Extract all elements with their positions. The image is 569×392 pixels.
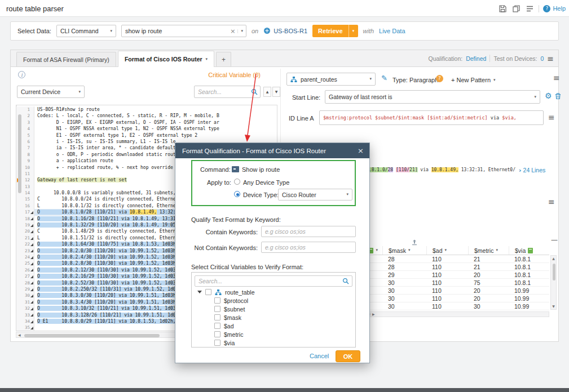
- collapse-icon[interactable]: —: [551, 237, 558, 243]
- tree-item[interactable]: $ad: [192, 322, 355, 330]
- gutter-spacer: [16, 223, 21, 228]
- id-line-pattern-box[interactable]: $mstring:protocol $subnet/$int:mask [$in…: [319, 110, 544, 125]
- scrollbar-thumb[interactable]: [18, 114, 21, 193]
- gutter-spacer: [16, 242, 21, 247]
- search-icon[interactable]: [342, 278, 349, 284]
- tree-item[interactable]: $mask: [192, 313, 355, 322]
- menu-icon[interactable]: ≡: [548, 198, 555, 206]
- column-header-metric[interactable]: $metric▾: [468, 246, 509, 255]
- radio-any-device-type[interactable]: [234, 179, 240, 185]
- qualification-value[interactable]: Defined: [466, 55, 486, 62]
- checkbox[interactable]: [214, 331, 220, 337]
- code-line[interactable]: 4 N1 - OSPF NSSA external type 1, N2 - O…: [16, 126, 270, 132]
- checkbox[interactable]: [214, 340, 220, 346]
- data-source-select[interactable]: CLI Command ▾: [56, 25, 116, 37]
- code-line[interactable]: 5 E1 - OSPF external type 1, E2 - OSPF e…: [16, 132, 270, 139]
- fold-icon: [30, 275, 34, 278]
- trash-icon[interactable]: [554, 92, 562, 101]
- chevron-down-icon[interactable]: ▾: [237, 29, 246, 33]
- dialog-titlebar[interactable]: Format Qualification - Format of Cisco I…: [175, 143, 369, 158]
- tree-icon: [215, 289, 222, 296]
- radio-device-type[interactable]: [234, 191, 240, 197]
- tree-root-row[interactable]: route_table: [192, 288, 355, 296]
- editor-search-input[interactable]: [195, 88, 251, 95]
- checkbox[interactable]: [214, 314, 220, 320]
- command-input[interactable]: [122, 28, 228, 34]
- live-data-link[interactable]: Live Data: [379, 28, 405, 34]
- pattern-select[interactable]: parent_routes ▾: [286, 73, 376, 86]
- new-pattern-button[interactable]: + New Pattern ▾: [451, 77, 496, 83]
- search-icon[interactable]: [251, 88, 258, 95]
- scroll-down-icon[interactable]: ▼: [552, 305, 555, 308]
- menu-icon[interactable]: ≡: [548, 113, 555, 121]
- code-text: O 10.8.1.64/30 [110/75] via 10.8.1.53, 1…: [37, 242, 176, 247]
- chevron-down-icon[interactable]: ▾: [376, 248, 378, 252]
- contain-keywords-input[interactable]: [261, 226, 356, 237]
- scrollbar-thumb[interactable]: [553, 264, 555, 280]
- tree-item[interactable]: $protocol: [192, 296, 355, 305]
- critical-variable-link[interactable]: Critical Variable (0): [208, 72, 261, 78]
- line-text: N1 - OSPF NSSA external type 1, N2 - OSP…: [34, 126, 270, 132]
- retrieve-dropdown-icon[interactable]: ▾: [349, 25, 358, 37]
- search-prev-button[interactable]: ▲: [263, 87, 271, 97]
- tree-item[interactable]: $subnet: [192, 305, 355, 313]
- column-header-via[interactable]: $via: [509, 246, 549, 255]
- help-link[interactable]: ? Help: [543, 5, 566, 12]
- chevron-down-icon[interactable]: ▾: [408, 248, 411, 252]
- gear-icon[interactable]: ⚙: [545, 92, 552, 100]
- code-line[interactable]: 3 D - EIGRP, EX - EIGRP external, O - OS…: [16, 119, 270, 126]
- tab-cisco-format[interactable]: Format of Cisco IOS Router ▾: [118, 51, 214, 67]
- tree-item[interactable]: $metric: [192, 330, 355, 338]
- chevron-down-icon[interactable]: ▾: [445, 248, 447, 252]
- table-vertical-scrollbar[interactable]: ▲ ▼: [550, 255, 557, 310]
- tree-search-input[interactable]: [195, 278, 342, 284]
- current-device-select[interactable]: Current Device ▾: [17, 86, 85, 98]
- menu-icon[interactable]: ≡: [553, 74, 560, 82]
- info-icon[interactable]: i: [18, 71, 25, 78]
- gutter-spacer: [16, 280, 21, 285]
- scroll-up-icon[interactable]: ▲: [552, 257, 555, 260]
- ok-button[interactable]: OK: [336, 350, 360, 362]
- checkbox[interactable]: [214, 297, 220, 304]
- list-icon[interactable]: [525, 4, 535, 14]
- checkbox[interactable]: [214, 323, 220, 329]
- code-line[interactable]: 2Codes: L - local, C - connected, S - st…: [16, 113, 270, 119]
- save-icon[interactable]: [498, 4, 508, 14]
- line-gutter: 23: [16, 248, 34, 254]
- scrollbar-thumb[interactable]: [24, 334, 160, 337]
- code-text: O 10.8.3.10/32 [110/21] via 10.99.1.51, …: [37, 306, 176, 311]
- checkbox[interactable]: [214, 306, 220, 312]
- column-header-ad[interactable]: $ad▾: [426, 246, 468, 255]
- close-icon[interactable]: ×: [358, 147, 364, 154]
- tab-asa-format[interactable]: Format of ASA Firewall (Primary): [16, 52, 116, 66]
- gutter-spacer: [16, 248, 21, 253]
- cancel-button[interactable]: Cancel: [310, 353, 329, 359]
- column-header-mask[interactable]: $mask▾: [382, 246, 426, 255]
- scroll-left-icon[interactable]: ◀: [18, 333, 21, 337]
- add-format-tab[interactable]: +: [216, 52, 231, 66]
- help-icon[interactable]: ?: [436, 75, 443, 82]
- start-line-select[interactable]: Gateway of last resort is ▾: [325, 90, 540, 104]
- test-devices-value[interactable]: 0: [540, 55, 544, 62]
- copy-icon[interactable]: [511, 4, 521, 14]
- column-icon: [528, 248, 533, 253]
- tree-item[interactable]: $via: [192, 338, 355, 347]
- collapse-caret-icon[interactable]: [197, 291, 202, 293]
- device-chip[interactable]: US-BOS-R1: [263, 27, 307, 35]
- edit-icon[interactable]: ✎: [381, 74, 387, 82]
- scroll-right-icon[interactable]: ▶: [372, 313, 375, 316]
- search-next-button[interactable]: ▼: [272, 87, 280, 97]
- export-icon[interactable]: [411, 239, 418, 247]
- table-cell: 10.8.1: [509, 271, 549, 278]
- code-text: D - EIGRP, EX - EIGRP external, O - OSPF…: [37, 120, 219, 125]
- not-contain-keywords-input[interactable]: [261, 242, 356, 253]
- menu-icon[interactable]: ≡: [547, 55, 554, 63]
- tree-icon: [290, 76, 297, 83]
- chevron-down-icon[interactable]: ▾: [496, 248, 498, 252]
- device-type-select[interactable]: Cisco Router ▾: [278, 189, 352, 201]
- code-line[interactable]: 1US-BOS-R1#show ip route: [16, 106, 270, 113]
- clear-icon[interactable]: ×: [228, 28, 237, 34]
- retrieve-button[interactable]: Retrieve ▾: [312, 25, 358, 37]
- checkbox[interactable]: [205, 289, 211, 295]
- matched-lines-link[interactable]: › 24 Lines: [519, 167, 545, 173]
